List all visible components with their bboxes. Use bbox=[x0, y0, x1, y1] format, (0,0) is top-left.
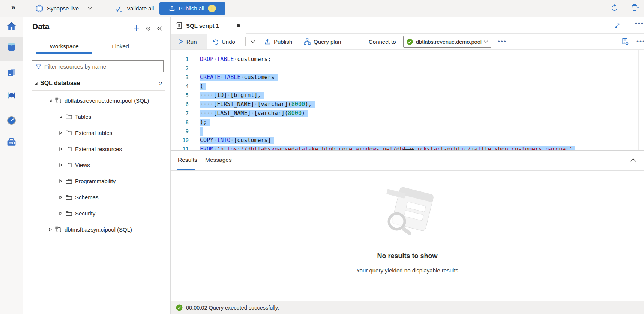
line-content: ); bbox=[189, 118, 210, 127]
filter-input[interactable] bbox=[44, 63, 163, 70]
undo-button[interactable]: Undo bbox=[212, 34, 235, 49]
tree-item-label: dbtlabs.revenue.demo.pool (SQL) bbox=[65, 97, 149, 104]
tree-item-external-tables[interactable]: External tables bbox=[23, 125, 170, 141]
code-line-9[interactable]: 9 bbox=[171, 127, 644, 136]
database-icon bbox=[55, 226, 62, 233]
sidebar-item-develop[interactable] bbox=[0, 68, 23, 79]
home-icon bbox=[6, 21, 17, 32]
tree-item-views[interactable]: Views bbox=[23, 157, 170, 173]
folder-icon bbox=[66, 146, 72, 152]
chevron-collapsed-icon[interactable] bbox=[59, 147, 63, 151]
sidebar-item-home[interactable] bbox=[0, 21, 23, 32]
tree-item-label: External tables bbox=[75, 130, 112, 136]
code-line-5[interactable]: 5····[ID]·[bigint], bbox=[171, 91, 644, 100]
filter-funnel-icon bbox=[35, 63, 42, 70]
sidebar-item-integrate[interactable] bbox=[0, 91, 23, 101]
query-plan-icon bbox=[304, 38, 311, 45]
tree-item-security[interactable]: Security bbox=[23, 205, 170, 221]
database-count: 2 bbox=[159, 80, 162, 87]
tab-linked[interactable]: Linked bbox=[92, 41, 149, 54]
toolbar-more-actions-icon[interactable]: ••• bbox=[498, 38, 507, 45]
publish-all-button[interactable]: Publish all 1 bbox=[159, 2, 225, 15]
tree-item-dbtmsft-azsyn-cipool-sql[interactable]: dbtmsft.azsyn.cipool (SQL) bbox=[23, 221, 170, 238]
expand-menu-icon[interactable]: » bbox=[11, 3, 15, 12]
editor-more-actions-icon[interactable]: ••• bbox=[636, 38, 644, 45]
sidebar-item-data[interactable] bbox=[0, 42, 23, 54]
tree-item-programmability[interactable]: Programmability bbox=[23, 173, 170, 189]
run-button[interactable]: Run bbox=[171, 34, 207, 49]
chevron-collapsed-icon[interactable] bbox=[59, 131, 63, 135]
database-icon bbox=[55, 97, 62, 104]
refresh-icon[interactable] bbox=[611, 4, 618, 12]
expand-editor-icon[interactable] bbox=[614, 22, 620, 29]
properties-icon[interactable] bbox=[621, 38, 629, 45]
line-content: ····[ID]·[bigint], bbox=[189, 91, 264, 100]
publish-button[interactable]: Publish bbox=[264, 34, 292, 49]
tab-results[interactable]: Results bbox=[178, 151, 197, 171]
chevron-down-icon bbox=[87, 7, 92, 10]
line-content: ····[LAST_NAME]·[varchar](8000) bbox=[189, 109, 308, 118]
code-line-2[interactable]: 2 bbox=[171, 64, 644, 73]
line-number: 1 bbox=[171, 55, 189, 64]
activity-bar bbox=[0, 17, 23, 314]
chevron-collapsed-icon[interactable] bbox=[48, 227, 53, 232]
validate-all-button[interactable]: Validate all bbox=[115, 0, 154, 17]
no-results-subtitle: Your query yielded no displayable result… bbox=[171, 267, 644, 274]
chevron-collapsed-icon[interactable] bbox=[59, 163, 63, 167]
tree-item-dbtlabs-revenue-demo-pool-sql[interactable]: dbtlabs.revenue.demo.pool (SQL) bbox=[23, 93, 170, 109]
selection-highlight bbox=[200, 127, 203, 136]
chevron-collapsed-icon[interactable] bbox=[59, 195, 63, 199]
chevron-expanded-icon[interactable] bbox=[34, 81, 38, 85]
line-number: 6 bbox=[171, 100, 189, 109]
tab-more-actions-icon[interactable]: ••• bbox=[635, 20, 644, 27]
chevron-collapsed-icon[interactable] bbox=[59, 211, 63, 215]
code-line-4[interactable]: 4( bbox=[171, 82, 644, 91]
sidebar-item-monitor[interactable] bbox=[0, 115, 23, 127]
code-line-6[interactable]: 6····[FIRST_NAME]·[varchar](8000), bbox=[171, 100, 644, 109]
folder-icon bbox=[66, 178, 72, 184]
tab-workspace[interactable]: Workspace bbox=[36, 41, 92, 54]
code-line-7[interactable]: 7····[LAST_NAME]·[varchar](8000) bbox=[171, 109, 644, 118]
line-content: ( bbox=[189, 82, 206, 91]
sql-script-icon bbox=[175, 22, 182, 30]
chevron-expanded-icon[interactable] bbox=[48, 99, 53, 103]
publish-all-label: Publish all bbox=[179, 5, 204, 12]
collapse-panel-icon[interactable] bbox=[157, 26, 162, 31]
query-plan-button[interactable]: Query plan bbox=[304, 34, 341, 49]
mode-switcher[interactable]: Synapse live bbox=[35, 0, 92, 17]
chevron-collapsed-icon[interactable] bbox=[59, 179, 63, 183]
line-number: 9 bbox=[171, 127, 189, 136]
add-resource-icon[interactable] bbox=[133, 25, 140, 32]
integrate-pipeline-icon bbox=[6, 91, 17, 101]
database-tree: dbtlabs.revenue.demo.pool (SQL)TablesExt… bbox=[23, 93, 170, 238]
selection-highlight: CREATE·TABLE·customers bbox=[200, 74, 278, 81]
discard-all-icon[interactable] bbox=[632, 4, 639, 12]
line-content: COPY·INTO·[customers] bbox=[189, 136, 274, 145]
tree-item-external-resources[interactable]: External resources bbox=[23, 141, 170, 157]
unsaved-changes-dot bbox=[237, 24, 240, 27]
collapse-results-icon[interactable] bbox=[630, 158, 636, 162]
sidebar-item-manage[interactable] bbox=[0, 138, 23, 148]
code-line-10[interactable]: 10COPY·INTO·[customers] bbox=[171, 136, 644, 145]
selection-highlight: ····[FIRST_NAME]·[varchar](8000), bbox=[200, 101, 315, 108]
tab-messages[interactable]: Messages bbox=[205, 151, 232, 171]
line-content: DROP·TABLE·customers; bbox=[189, 55, 271, 64]
connection-pool-dropdown[interactable]: dbtlabs.revenue.demo.pool bbox=[403, 36, 491, 48]
tree-item-tables[interactable]: Tables bbox=[23, 109, 170, 125]
tree-item-label: dbtmsft.azsyn.cipool (SQL) bbox=[65, 226, 132, 233]
folder-icon bbox=[66, 211, 72, 216]
tab-sql-script-1[interactable]: SQL script 1 bbox=[171, 17, 246, 34]
code-line-3[interactable]: 3CREATE·TABLE·customers bbox=[171, 73, 644, 82]
collapse-all-icon[interactable] bbox=[146, 26, 151, 31]
code-line-8[interactable]: 8); bbox=[171, 118, 644, 127]
tree-item-schemas[interactable]: Schemas bbox=[23, 189, 170, 205]
tree-item-label: Views bbox=[75, 162, 90, 168]
run-options-chevron-icon[interactable] bbox=[250, 34, 255, 49]
line-number: 4 bbox=[171, 82, 189, 91]
folder-icon bbox=[66, 162, 72, 168]
chevron-expanded-icon[interactable] bbox=[59, 115, 63, 119]
tree-item-sql-database[interactable]: SQL database 2 bbox=[23, 76, 170, 90]
line-content bbox=[189, 127, 203, 136]
code-line-1[interactable]: 1DROP·TABLE·customers; bbox=[171, 55, 644, 64]
line-number: 10 bbox=[171, 136, 189, 145]
